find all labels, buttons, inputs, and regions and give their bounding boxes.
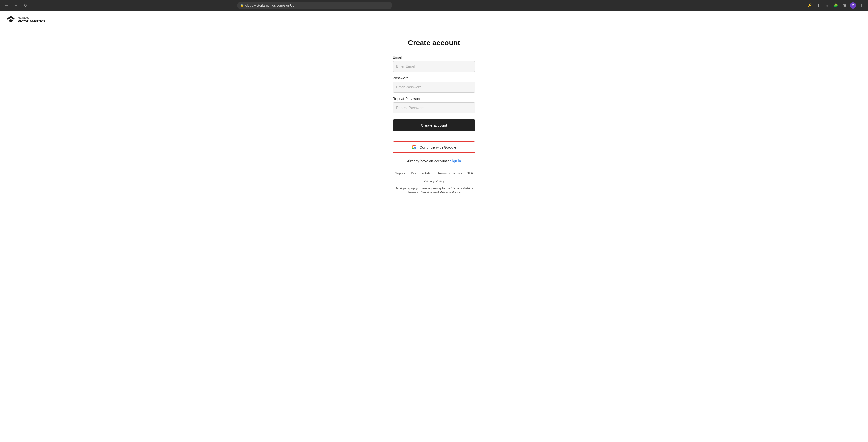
repeat-password-label: Repeat Password (393, 97, 475, 101)
google-logo-icon (411, 145, 417, 150)
password-group: Password (393, 76, 475, 93)
logo-icon (6, 15, 16, 24)
logo-managed-label: Managed (18, 16, 45, 19)
repeat-password-group: Repeat Password (393, 97, 475, 113)
forward-button[interactable]: → (12, 2, 20, 9)
repeat-password-input[interactable] (393, 102, 475, 113)
puzzle-icon-btn[interactable]: 🧩 (832, 2, 840, 9)
password-input[interactable] (393, 82, 475, 93)
signin-prompt-text: Already have an account? (407, 159, 449, 163)
signin-link[interactable]: Sign in (450, 159, 461, 163)
logo-text: Managed VictoriaMetrics (18, 16, 45, 24)
back-button[interactable]: ← (3, 2, 10, 9)
create-account-button[interactable]: Create account (393, 119, 475, 131)
signup-form: Email Password Repeat Password Create ac… (393, 55, 475, 194)
footer-support-link[interactable]: Support (395, 171, 407, 175)
site-header: Managed VictoriaMetrics (0, 11, 868, 28)
url-text: cloud.victoriametrics.com/signUp (245, 4, 294, 7)
lock-icon: 🔒 (240, 4, 244, 7)
page-content: Managed VictoriaMetrics Create account E… (0, 11, 868, 442)
browser-chrome: ← → ↻ 🔒 cloud.victoriametrics.com/signUp… (0, 0, 868, 11)
logo-name-label: VictoriaMetrics (18, 19, 45, 24)
footer-terms-link[interactable]: Terms of Service (438, 171, 463, 175)
address-bar: 🔒 cloud.victoriametrics.com/signUp (237, 2, 392, 9)
google-btn-label: Continue with Google (419, 145, 456, 149)
menu-icon-btn[interactable]: ⋮ (858, 2, 865, 9)
google-signin-button[interactable]: Continue with Google (393, 141, 475, 153)
footer-documentation-link[interactable]: Documentation (411, 171, 433, 175)
window-icon-btn[interactable]: ▣ (841, 2, 848, 9)
avatar[interactable]: D (850, 2, 856, 8)
email-label: Email (393, 55, 475, 59)
main-content: Create account Email Password Repeat Pas… (0, 28, 868, 210)
key-icon-btn[interactable]: 🔑 (806, 2, 813, 9)
reload-button[interactable]: ↻ (22, 2, 29, 9)
browser-toolbar-right: 🔑 ⬆ ☆ 🧩 ▣ D ⋮ (806, 2, 865, 9)
share-icon-btn[interactable]: ⬆ (815, 2, 822, 9)
signin-prompt: Already have an account? Sign in (393, 159, 475, 163)
email-input[interactable] (393, 61, 475, 72)
page-title: Create account (408, 39, 460, 47)
logo: Managed VictoriaMetrics (6, 15, 862, 24)
star-icon-btn[interactable]: ☆ (824, 2, 831, 9)
footer-privacy-link[interactable]: Privacy Policy (424, 179, 444, 183)
footer-sla-link[interactable]: SLA (467, 171, 473, 175)
footer-note: By signing up you are agreeing to the Vi… (393, 186, 475, 194)
footer-links: Support Documentation Terms of Service S… (393, 171, 475, 183)
email-group: Email (393, 55, 475, 72)
password-label: Password (393, 76, 475, 80)
